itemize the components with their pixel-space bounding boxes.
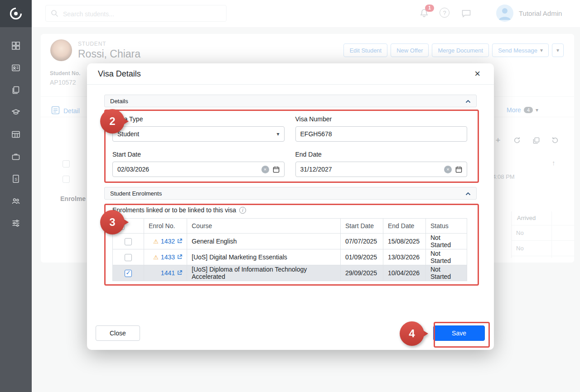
dashboard-icon[interactable] (12, 42, 20, 50)
course-cell: [UoS] Digital Marketing Essentials (187, 249, 341, 265)
enrol-link[interactable]: 1432 (161, 238, 175, 245)
warning-icon: ⚠ (153, 254, 159, 261)
caret-down-icon: ▾ (276, 131, 279, 137)
svg-text:S: S (14, 177, 17, 182)
end-date-input[interactable]: 31/12/2027 × (295, 162, 468, 177)
status-cell: Not Started (426, 249, 467, 265)
clear-icon[interactable]: × (444, 166, 452, 173)
table-row-selected[interactable]: 1441 [UoS] Diploma of Information Techno… (113, 265, 467, 281)
start-date-input[interactable]: 02/03/2026 × (112, 162, 285, 177)
annotation-step-3: 3 (100, 210, 125, 234)
enrol-link[interactable]: 1433 (161, 253, 175, 261)
course-cell: General English (187, 234, 341, 249)
invoices-icon[interactable]: S (12, 175, 20, 183)
enrolments-section-header[interactable]: Student Enrolments (104, 187, 477, 200)
app-logo[interactable] (0, 0, 32, 27)
close-button[interactable]: Close (96, 325, 140, 341)
column-header-enrol-no: Enrol No. (144, 219, 187, 234)
chevron-up-icon (465, 190, 471, 197)
visa-type-select[interactable]: Student ▾ (112, 126, 285, 142)
row-checkbox[interactable] (125, 254, 132, 261)
offers-icon[interactable] (12, 86, 20, 94)
status-cell: Not Started (426, 234, 467, 249)
external-link-icon[interactable] (177, 238, 182, 245)
details-section-header[interactable]: Details (104, 95, 477, 107)
start-date-cell: 01/09/2025 (341, 249, 383, 265)
save-button[interactable]: Save (433, 325, 485, 341)
table-row[interactable]: ⚠1433 [UoS] Digital Marketing Essentials… (113, 249, 467, 265)
modal-title: Visa Details (98, 69, 141, 79)
annotation-step-2: 2 (100, 109, 125, 134)
visa-details-modal: Visa Details × Details *Visa Type Studen… (87, 63, 494, 350)
end-date-cell: 10/04/2026 (383, 265, 426, 281)
end-date-cell: 13/03/2026 (383, 249, 426, 265)
visa-type-label: *Visa Type (112, 115, 285, 123)
warning-icon: ⚠ (153, 238, 159, 245)
column-header-start-date: Start Date (341, 219, 383, 234)
visa-number-input[interactable]: EFGH5678 (295, 126, 468, 142)
staff-icon[interactable] (12, 197, 20, 205)
clear-icon[interactable]: × (261, 166, 269, 173)
agents-icon[interactable] (12, 153, 20, 161)
settings-icon[interactable] (12, 219, 20, 227)
info-icon[interactable]: i (239, 207, 246, 214)
start-date-label: Start Date (112, 151, 285, 158)
enrol-link[interactable]: 1441 (161, 269, 175, 277)
visa-number-label: Visa Number (295, 115, 468, 123)
row-checkbox[interactable] (125, 238, 132, 245)
annotation-step-4: 4 (400, 321, 424, 346)
sidebar: S (0, 0, 32, 392)
column-header-status: Status (426, 219, 467, 234)
enrolments-table: Enrol No. Course Start Date End Date Sta… (112, 218, 467, 281)
chevron-up-icon (465, 98, 471, 105)
close-icon[interactable]: × (472, 68, 483, 79)
students-icon[interactable] (12, 64, 20, 72)
external-link-icon[interactable] (177, 253, 182, 261)
calendar-icon[interactable] (273, 166, 280, 173)
table-row[interactable]: ⚠1432 General English 07/07/2025 15/08/2… (113, 234, 467, 249)
classes-icon[interactable] (12, 130, 20, 139)
start-date-cell: 07/07/2025 (341, 234, 383, 249)
row-checkbox[interactable] (125, 270, 132, 277)
calendar-icon[interactable] (455, 166, 462, 173)
end-date-label: End Date (295, 151, 468, 158)
end-date-cell: 15/08/2025 (383, 234, 426, 249)
status-cell: Not Started (426, 265, 467, 281)
course-cell: [UoS] Diploma of Information Technology … (187, 265, 341, 281)
column-header-course: Course (187, 219, 341, 234)
start-date-cell: 29/09/2025 (341, 265, 383, 281)
external-link-icon[interactable] (177, 269, 182, 277)
courses-icon[interactable] (12, 108, 20, 116)
enrolments-caption: Enrolments linked or to be linked to thi… (112, 206, 236, 214)
column-header-end-date: End Date (383, 219, 426, 234)
